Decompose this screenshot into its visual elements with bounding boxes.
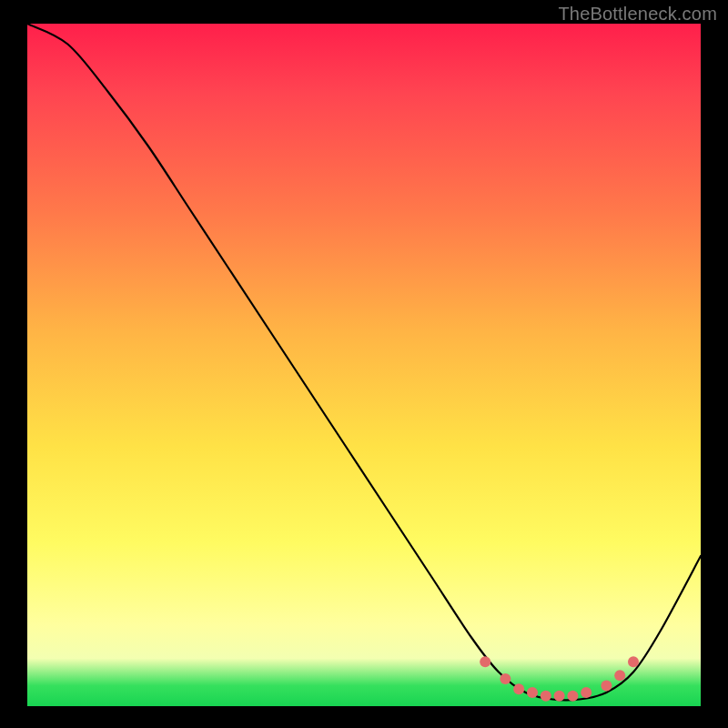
optimal-marker (480, 656, 490, 667)
optimal-marker (527, 687, 538, 698)
watermark-text: TheBottleneck.com (558, 4, 717, 25)
optimal-marker (601, 681, 612, 692)
optimal-marker (628, 656, 639, 667)
bottleneck-curve (27, 24, 701, 700)
optimal-marker (614, 670, 625, 681)
optimal-zone-markers (480, 656, 639, 702)
optimal-marker (581, 687, 592, 698)
chart-frame: TheBottleneck.com (0, 0, 728, 728)
chart-svg (27, 24, 701, 706)
optimal-marker (500, 673, 511, 684)
chart-plot-area (27, 24, 701, 706)
optimal-marker (567, 691, 578, 702)
optimal-marker (554, 691, 565, 702)
optimal-marker (513, 683, 524, 694)
optimal-marker (541, 691, 551, 702)
